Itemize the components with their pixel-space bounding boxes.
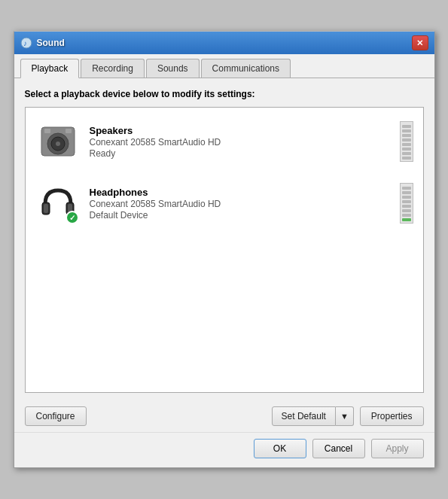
level-bar-4 [402,138,411,141]
h-level-bar-1 [402,187,411,190]
device-buttons-row: Configure Set Default ▼ Properties [14,400,434,432]
h-level-bar-5 [402,205,411,208]
h-level-bar-3 [402,196,411,199]
title-bar-left: ♪ Sound [20,37,65,49]
close-button[interactable]: ✕ [412,35,428,50]
headphones-status: Default Device [90,210,391,221]
instruction-text: Select a playback device below to modify… [25,89,424,99]
level-bar-5 [402,143,411,146]
set-default-dropdown-button[interactable]: ▼ [336,406,354,426]
h-level-bar-6 [402,209,411,212]
set-default-group: Set Default ▼ [272,406,354,426]
svg-text:♪: ♪ [23,39,27,47]
sound-dialog: ♪ Sound ✕ Playback Recording Sounds Comm… [14,31,435,468]
set-default-button[interactable]: Set Default [272,406,336,426]
tab-playback[interactable]: Playback [20,59,80,78]
h-level-bar-8 [402,218,411,221]
level-bar-8 [402,157,411,160]
h-level-bar-4 [402,200,411,203]
main-content: Select a playback device below to modify… [14,78,434,400]
headphones-info: Headphones Conexant 20585 SmartAudio HD … [90,187,391,221]
headphones-name: Headphones [90,187,391,198]
h-level-bar-7 [402,214,411,217]
level-bar-1 [402,125,411,128]
middle-buttons: Set Default ▼ Properties [272,406,424,426]
sound-title-icon: ♪ [20,37,32,49]
speakers-name: Speakers [90,125,391,136]
apply-button[interactable]: Apply [371,439,424,458]
speakers-icon-container [35,119,81,164]
svg-rect-6 [44,129,50,133]
bottom-buttons: OK Cancel Apply [14,432,434,467]
speakers-driver: Conexant 20585 SmartAudio HD [90,137,391,148]
level-bar-3 [402,134,411,137]
tab-recording[interactable]: Recording [81,59,145,78]
speakers-info: Speakers Conexant 20585 SmartAudio HD Re… [90,125,391,159]
svg-rect-10 [44,204,48,213]
speakers-icon [38,121,78,162]
level-bar-6 [402,148,411,151]
device-item-headphones[interactable]: ✓ Headphones Conexant 20585 SmartAudio H… [29,172,420,234]
default-badge: ✓ [66,211,79,224]
headphones-driver: Conexant 20585 SmartAudio HD [90,199,391,209]
level-bar-7 [402,152,411,155]
speakers-level-meter [400,121,413,162]
speakers-status: Ready [90,148,391,159]
tab-communications[interactable]: Communications [201,59,291,78]
tab-bar: Playback Recording Sounds Communications [14,54,434,78]
tab-sounds[interactable]: Sounds [146,59,200,78]
svg-rect-7 [66,129,72,133]
properties-button[interactable]: Properties [360,406,424,426]
svg-point-5 [56,141,60,146]
configure-button[interactable]: Configure [25,406,87,426]
ok-button[interactable]: OK [254,439,306,458]
level-bar-2 [402,129,411,132]
headphones-level-meter [400,183,413,224]
cancel-button[interactable]: Cancel [312,439,365,458]
headphones-icon-container: ✓ [35,181,81,226]
title-bar: ♪ Sound ✕ [14,32,434,54]
window-title: Sound [37,38,65,48]
h-level-bar-2 [402,191,411,194]
device-list: Speakers Conexant 20585 SmartAudio HD Re… [25,107,424,393]
device-item-speakers[interactable]: Speakers Conexant 20585 SmartAudio HD Re… [29,111,420,172]
